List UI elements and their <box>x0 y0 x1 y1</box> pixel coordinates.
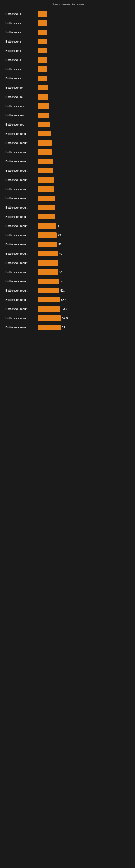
bar-value: 52. <box>60 289 64 292</box>
bar <box>38 131 51 136</box>
bar-row: Bottleneck result <box>5 158 130 165</box>
bar-wrapper <box>38 20 130 26</box>
bar-label: Bottleneck res <box>5 114 38 117</box>
bar-wrapper <box>38 76 130 81</box>
bar-row: Bottleneck result <box>5 204 130 211</box>
bar <box>38 223 56 229</box>
bar <box>38 66 47 72</box>
bar-label: Bottleneck r <box>5 77 38 80</box>
bar-row: Bottleneck result <box>5 139 130 147</box>
bar-wrapper <box>38 214 130 219</box>
bar-label: Bottleneck result <box>5 243 38 246</box>
bar-label: Bottleneck r <box>5 49 38 52</box>
bar-row: Bottleneck res <box>5 121 130 128</box>
bar <box>38 122 50 127</box>
bar-row: Bottleneck result54.3 <box>5 314 130 322</box>
bar <box>38 94 48 99</box>
bar-label: Bottleneck result <box>5 307 38 311</box>
bar-row: Bottleneck res <box>5 102 130 110</box>
bar-wrapper <box>38 205 130 210</box>
bar-wrapper: 53. <box>38 279 130 284</box>
bar-wrapper <box>38 85 130 90</box>
bar-wrapper <box>38 11 130 17</box>
bar-label: Bottleneck result <box>5 206 38 209</box>
bar <box>38 48 47 54</box>
bar-label: Bottleneck r <box>5 67 38 71</box>
bar-wrapper <box>38 94 130 99</box>
bar-value: 49 <box>59 252 62 255</box>
bar-wrapper <box>38 122 130 127</box>
chart-container: Bottleneck rBottleneck rBottleneck rBott… <box>0 7 135 336</box>
bar-label: Bottleneck r <box>5 31 38 34</box>
bar-row: Bottleneck result52. <box>5 323 130 331</box>
bar-value: 53. <box>60 280 64 283</box>
bar-label: Bottleneck result <box>5 197 38 200</box>
bar-row: Bottleneck r <box>5 56 130 64</box>
bar <box>38 214 55 219</box>
bar-row: Bottleneck result52. <box>5 287 130 294</box>
bar-wrapper <box>38 39 130 44</box>
bar <box>38 269 58 275</box>
bar-wrapper: 53.7 <box>38 306 130 312</box>
bar-label: Bottleneck re <box>5 86 38 89</box>
bar-label: Bottleneck result <box>5 224 38 227</box>
bar-label: Bottleneck result <box>5 141 38 145</box>
bar-wrapper: 4 <box>38 223 130 229</box>
bar-wrapper <box>38 103 130 109</box>
bar <box>38 232 57 238</box>
bar-wrapper <box>38 66 130 72</box>
bar-row: Bottleneck result <box>5 194 130 202</box>
site-title: TheBottlenecker.com <box>51 2 84 6</box>
bar-label: Bottleneck result <box>5 169 38 172</box>
bar-row: Bottleneck result <box>5 185 130 193</box>
bar-wrapper: 51 <box>38 269 130 275</box>
bar-row: Bottleneck result <box>5 167 130 175</box>
bar <box>38 11 47 17</box>
bar-label: Bottleneck r <box>5 22 38 25</box>
bar-wrapper <box>38 57 130 63</box>
bar <box>38 20 47 26</box>
bar-row: Bottleneck result <box>5 213 130 220</box>
bar <box>38 306 60 312</box>
bar-row: Bottleneck r <box>5 38 130 45</box>
bar <box>38 195 55 201</box>
bar-row: Bottleneck result <box>5 130 130 137</box>
bar-label: Bottleneck result <box>5 234 38 237</box>
bar-label: Bottleneck result <box>5 215 38 218</box>
bar-wrapper <box>38 113 130 118</box>
bar-row: Bottleneck result53. <box>5 278 130 285</box>
bar-label: Bottleneck result <box>5 132 38 135</box>
bar-label: Bottleneck result <box>5 178 38 182</box>
bar-wrapper: 4 <box>38 260 130 266</box>
header: TheBottlenecker.com <box>0 0 135 7</box>
bar-row: Bottleneck re <box>5 84 130 91</box>
bar-value: 54.3 <box>62 316 68 320</box>
bar <box>38 315 61 321</box>
bar-wrapper: 49 <box>38 232 130 238</box>
bar <box>38 177 54 183</box>
bar-row: Bottleneck result49 <box>5 250 130 257</box>
bar-value: 49 <box>58 234 61 237</box>
bar-wrapper: 53.4 <box>38 297 130 303</box>
bar-value: 53.7 <box>61 307 67 311</box>
bar-wrapper: 52. <box>38 288 130 293</box>
bar-value: 51. <box>58 243 62 246</box>
bar-row: Bottleneck r <box>5 29 130 36</box>
bar-wrapper: 54.3 <box>38 315 130 321</box>
bar-value: 53.4 <box>61 298 67 301</box>
bar-row: Bottleneck result51. <box>5 241 130 248</box>
bar <box>38 39 47 44</box>
bar-row: Bottleneck result4 <box>5 222 130 230</box>
bar-label: Bottleneck result <box>5 261 38 265</box>
bar-label: Bottleneck res <box>5 104 38 108</box>
bar-value: 51 <box>59 271 63 274</box>
bar <box>38 260 58 266</box>
bar-value: 4 <box>59 261 61 265</box>
bar-row: Bottleneck r <box>5 10 130 18</box>
bar-row: Bottleneck r <box>5 47 130 55</box>
bar <box>38 159 53 164</box>
bar <box>38 186 54 192</box>
bar-wrapper <box>38 195 130 201</box>
bar <box>38 140 52 146</box>
bar-row: Bottleneck result <box>5 148 130 156</box>
